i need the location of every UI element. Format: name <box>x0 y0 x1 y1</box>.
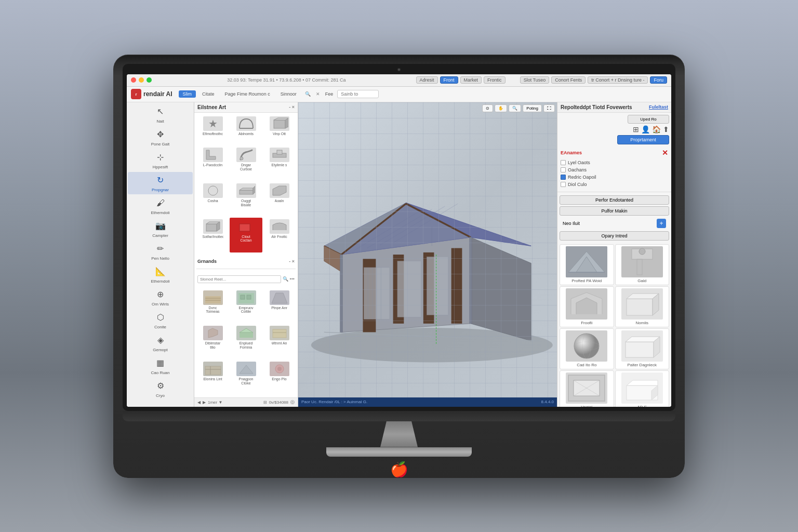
toolbar-tab-page[interactable]: Page Fime Roumon c <box>221 90 274 98</box>
svg-text:r: r <box>135 92 137 97</box>
svg-point-70 <box>639 248 645 255</box>
ground-item-5[interactable]: Enplued Fomina <box>230 324 262 360</box>
close-button[interactable] <box>131 77 136 83</box>
sidebar-item-nait[interactable]: ↖ Nait <box>128 103 193 126</box>
perfor-btn[interactable]: Perfor Endotanted <box>560 195 669 205</box>
pan-btn[interactable]: ✋ <box>495 104 507 112</box>
comp-item-arm[interactable]: Dngar Curboe <box>230 146 262 181</box>
proprtament-btn[interactable]: Proprtament <box>617 135 669 144</box>
right-btn-foru[interactable]: Foru <box>650 76 667 84</box>
camera-icon: 📷 <box>154 220 167 232</box>
icon-btn-4[interactable]: ⬆ <box>663 125 669 134</box>
svg-point-9 <box>208 186 218 195</box>
right-panel-link[interactable]: Fuleltast <box>649 104 668 110</box>
svg-rect-8 <box>277 150 282 154</box>
maximize-button[interactable] <box>147 77 152 83</box>
right-btn-conort[interactable]: Conort Fents <box>551 76 586 84</box>
filter-checkbox-2[interactable] <box>561 167 566 172</box>
svg-rect-69 <box>637 259 642 275</box>
orbit-btn[interactable]: ⊙ <box>482 104 493 112</box>
svg-rect-3 <box>274 120 285 128</box>
toolbar-tab-sinnoor[interactable]: Sinnoor <box>276 90 301 98</box>
sidebar-item-ponegalt[interactable]: ✥ Pone Galt <box>128 126 193 149</box>
toolbar-tab-citate[interactable]: Citate <box>198 90 219 98</box>
comp-item-slab[interactable]: Ouggt Bisate <box>230 182 262 217</box>
top-btn-adresit[interactable]: Adresit <box>416 76 438 84</box>
right-btn-convert[interactable]: tr Conort + r Dnsing ture - <box>588 76 648 84</box>
icon-btn-1[interactable]: ⊞ <box>633 125 639 134</box>
pulfor-btn[interactable]: Pulfor Makin <box>560 206 669 216</box>
sidebar-item-hppesift[interactable]: ⊹ Hppesift <box>128 149 193 171</box>
mat-white-box[interactable]: Palter Dagnleck <box>615 328 670 369</box>
comp-item-lshape[interactable]: L-Fwodcclin <box>196 146 229 181</box>
ground-item-4[interactable]: Diblmstar tllio <box>196 324 229 360</box>
filter-diol: Diol Culo <box>561 181 668 188</box>
ground-thumb-5 <box>236 326 256 340</box>
more-icon[interactable]: ••• <box>290 276 295 282</box>
svg-rect-71 <box>627 299 653 315</box>
mat-white-block[interactable]: AD E <box>615 370 670 407</box>
arrow-icon: ↖ <box>154 105 167 118</box>
filter-checkbox-4[interactable] <box>561 182 566 187</box>
mat-connector[interactable]: Gald <box>615 244 670 285</box>
comp-item-arch[interactable]: Ablnomts <box>230 115 262 146</box>
sidebar-item-gemopt[interactable]: ◈ Gemopt <box>128 332 193 354</box>
ground-item-9[interactable]: Engo Plo <box>263 360 296 395</box>
mat-block-white[interactable]: Nomlis <box>615 286 670 327</box>
right-btn-slot[interactable]: Slot Tuseo <box>520 76 550 84</box>
zoom-btn[interactable]: 🔍 <box>509 104 521 112</box>
filter-checkbox-3[interactable] <box>561 175 566 180</box>
filter-checkbox-1[interactable] <box>561 160 566 165</box>
comp-item-star[interactable]: ★ Efimoftnothc <box>196 115 229 146</box>
ground-item-1[interactable]: Dvnc Toimeas <box>196 289 229 324</box>
comp-item-circle[interactable]: Cosha <box>196 182 229 217</box>
comp-item-bracket[interactable]: Etylimle s <box>263 146 296 181</box>
comp-item-selected[interactable]: Clout Coctan <box>230 218 262 253</box>
ground-item-3[interactable]: Ptnpe Anr <box>263 289 296 324</box>
app-logo: r rendair AI <box>131 89 172 99</box>
poting-btn[interactable]: Poting <box>523 104 542 112</box>
comp-item-arch2[interactable]: Atr Fnottc <box>263 218 296 253</box>
uped-ro-btn[interactable]: Uped Ro <box>628 115 669 124</box>
top-btn-frontic[interactable]: Frontic <box>484 76 506 84</box>
components-panel: Eilstnee Art - × ★ Efimoftnothc <box>194 102 298 407</box>
icon-btn-3[interactable]: 🏠 <box>652 125 661 134</box>
top-btn-market[interactable]: Market <box>460 76 482 84</box>
ground-item-7[interactable]: Elonins Lint <box>196 360 229 395</box>
mat-stone-roof[interactable]: Profted PA Woid <box>560 244 614 285</box>
sidebar-item-conite[interactable]: ⬡ Conite <box>128 309 193 331</box>
ground-item-2[interactable]: Empruov Coltile <box>230 289 262 324</box>
sidebar-item-propgnar[interactable]: ↻ Propgnar <box>128 172 193 194</box>
svg-rect-21 <box>241 295 245 299</box>
ground-search-input[interactable] <box>197 275 281 283</box>
sidebar-item-cryo[interactable]: ⚙ Cryo <box>128 378 193 400</box>
top-btn-front[interactable]: Front <box>440 76 458 84</box>
search-icon[interactable]: 🔍 <box>283 276 288 282</box>
ground-item-8[interactable]: Pnagpon Ctoke <box>230 360 262 395</box>
fullscreen-btn[interactable]: ⛶ <box>543 104 555 112</box>
sidebar-item-etherndoli2[interactable]: 📐 Etherndoli <box>128 263 193 286</box>
orbit-icon: ⊕ <box>154 288 167 301</box>
filters-section: EAnames ✕ Lyel Oaots Oachans <box>557 147 671 190</box>
mat-framed-panel[interactable]: Vogjal <box>560 370 614 407</box>
svg-rect-25 <box>273 329 286 338</box>
add-btn[interactable]: + <box>657 219 666 228</box>
comp-item-box[interactable]: Vinp Ott <box>263 115 296 146</box>
comp-item-corner[interactable]: Aoaln <box>263 182 296 217</box>
ground-item-6[interactable]: Wtnml An <box>263 324 296 360</box>
sidebar-item-campter[interactable]: 📷 Campter <box>128 218 193 240</box>
toolbar-tab-slim[interactable]: Slim <box>179 90 196 98</box>
close-filters-icon[interactable]: ✕ <box>662 149 668 157</box>
minimize-button[interactable] <box>139 77 144 83</box>
sidebar-item-omwirls[interactable]: ⊕ Om Wirls <box>128 286 193 309</box>
opary-btn[interactable]: Opary Intred <box>560 231 669 241</box>
mat-corner-piece[interactable]: Froofli <box>560 286 614 327</box>
icon-btn-2[interactable]: 👤 <box>641 125 650 134</box>
comp-item-block[interactable]: Sotfar/Inotted <box>196 218 229 253</box>
sidebar-item-etherndoli[interactable]: 🖌 Etherndoli <box>128 195 193 217</box>
sidebar-item-caoruan[interactable]: ▦ Cao Ruan <box>128 355 193 377</box>
sidebar-item-pennello[interactable]: ✏ Pen Nello <box>128 241 193 263</box>
filter-layel-oaots: Lyel Oaots <box>561 159 668 166</box>
search-input[interactable] <box>337 90 379 98</box>
mat-sphere[interactable]: Cad Ito Ro <box>560 328 614 369</box>
